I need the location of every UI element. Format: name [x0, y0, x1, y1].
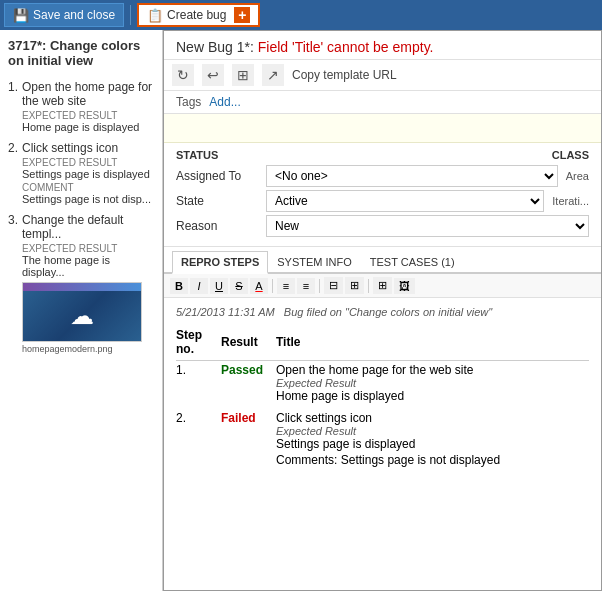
step-result-cell-2: Failed: [221, 405, 276, 469]
status-section: STATUS CLASS Assigned To <No one> Area S…: [164, 143, 601, 247]
indent-button[interactable]: ⊟: [324, 277, 343, 294]
format-sep-1: [272, 279, 273, 293]
tab-system-info[interactable]: SYSTEM INFO: [268, 251, 361, 272]
plus-button[interactable]: +: [234, 7, 250, 23]
toolbar-separator: [130, 5, 131, 25]
add-tags-link[interactable]: Add...: [209, 95, 240, 109]
step-sub-label-1: Expected Result: [276, 377, 583, 389]
steps-header-row: Step no. Result Title: [176, 326, 589, 361]
tabs-row: REPRO STEPS SYSTEM INFO TEST CASES (1): [164, 251, 601, 274]
step-action-3: Change the default templ...: [22, 213, 154, 241]
step-expected-3: The home page is display...: [22, 254, 154, 278]
image-body: ☁: [23, 291, 141, 341]
table-row: 2. Failed Click settings icon Expected R…: [176, 405, 589, 469]
step-action-1: Open the home page for the web site: [22, 80, 154, 108]
area-label: Area: [566, 170, 589, 182]
tab-test-cases[interactable]: TEST CASES (1): [361, 251, 464, 272]
dialog-title-text: New Bug 1*:: [176, 39, 254, 55]
cloud-icon: ☁: [70, 302, 94, 330]
reason-row: Reason New: [176, 215, 589, 237]
iteration-label: Iterati...: [552, 195, 589, 207]
create-bug-label: Create bug: [167, 8, 226, 22]
step-comment-value: Settings page is not displayed: [341, 453, 500, 467]
bug-icon: 📋: [147, 8, 163, 23]
step-comment-2: Settings page is not disp...: [22, 193, 154, 205]
copy-template-url[interactable]: Copy template URL: [292, 68, 397, 82]
step-comment-label: Comments:: [276, 453, 337, 467]
ul-button[interactable]: ≡: [277, 278, 295, 294]
dialog-toolbar: ↻ ↩ ⊞ ↗ Copy template URL: [164, 60, 601, 91]
image-preview: ☁: [23, 283, 141, 341]
insert-table-button[interactable]: ⊞: [373, 277, 392, 294]
steps-table: Step no. Result Title 1. Passed Open the…: [176, 326, 589, 469]
bug-content: 5/21/2013 11:31 AM Bug filed on "Change …: [164, 298, 601, 477]
bold-button[interactable]: B: [170, 278, 188, 294]
assigned-label: Assigned To: [176, 169, 266, 183]
step-title-text-2: Click settings icon: [276, 411, 583, 425]
insert-image-button[interactable]: 🖼: [394, 278, 415, 294]
col-title: Title: [276, 326, 589, 361]
format-sep-2: [319, 279, 320, 293]
bug-message: Bug filed on "Change colors on initial v…: [284, 306, 492, 318]
dialog-title: New Bug 1*: Field 'Title' cannot be empt…: [176, 39, 589, 55]
assigned-select[interactable]: <No one>: [266, 165, 558, 187]
format-sep-3: [368, 279, 369, 293]
step-result-cell: Passed: [221, 361, 276, 406]
step-num-1: 1.: [8, 80, 18, 108]
bug-date-row: 5/21/2013 11:31 AM Bug filed on "Change …: [176, 306, 589, 318]
status-label: STATUS: [176, 149, 218, 161]
result-passed: Passed: [221, 363, 263, 377]
step-expected-label-1: EXPECTED RESULT: [22, 110, 154, 121]
tags-row: Tags Add...: [164, 91, 601, 114]
color-button[interactable]: A: [250, 278, 268, 294]
state-select[interactable]: Active: [266, 190, 544, 212]
step-image-3: ☁: [22, 282, 142, 342]
state-row: State Active Iterati...: [176, 190, 589, 212]
dialog-header: New Bug 1*: Field 'Title' cannot be empt…: [164, 31, 601, 60]
save-icon: 💾: [13, 8, 29, 23]
step-num-cell: 1.: [176, 361, 221, 406]
step-num-2: 2.: [8, 141, 18, 155]
col-result: Result: [221, 326, 276, 361]
table-row: 1. Passed Open the home page for the web…: [176, 361, 589, 406]
col-step-no: Step no.: [176, 326, 221, 361]
status-header: STATUS CLASS: [176, 149, 589, 161]
step-num-3: 3.: [8, 213, 18, 241]
test-step-1: 1. Open the home page for the web site E…: [0, 76, 162, 137]
create-bug-button[interactable]: 📋 Create bug +: [137, 3, 260, 27]
state-select-wrapper: Active: [266, 190, 544, 212]
undo-button[interactable]: ↩: [202, 64, 224, 86]
title-input[interactable]: [172, 118, 593, 138]
link-button[interactable]: ↗: [262, 64, 284, 86]
strikethrough-button[interactable]: S: [230, 278, 248, 294]
step-comment-label-2: COMMENT: [22, 182, 154, 193]
tags-label: Tags: [176, 95, 201, 109]
bug-date: 5/21/2013 11:31 AM: [176, 306, 275, 318]
underline-button[interactable]: U: [210, 278, 228, 294]
step-num-cell-2: 2.: [176, 405, 221, 469]
step-title-cell: Open the home page for the web site Expe…: [276, 361, 589, 406]
image-bar: [23, 283, 141, 291]
ol-button[interactable]: ≡: [297, 278, 315, 294]
reason-select[interactable]: New: [266, 215, 589, 237]
save-close-button[interactable]: 💾 Save and close: [4, 3, 124, 27]
refresh-button[interactable]: ↻: [172, 64, 194, 86]
dialog-panel: New Bug 1*: Field 'Title' cannot be empt…: [163, 30, 602, 591]
step-comment-wrapper: Comments: Settings page is not displayed: [276, 453, 583, 467]
reason-label: Reason: [176, 219, 266, 233]
step-sub-value-2: Settings page is displayed: [276, 437, 583, 451]
step-expected-label-2: EXPECTED RESULT: [22, 157, 154, 168]
assigned-select-wrapper: <No one>: [266, 165, 558, 187]
outdent-button[interactable]: ⊞: [345, 277, 364, 294]
tab-repro-steps[interactable]: REPRO STEPS: [172, 251, 268, 274]
class-label: CLASS: [552, 149, 589, 161]
attach-button[interactable]: ⊞: [232, 64, 254, 86]
step-expected-1: Home page is displayed: [22, 121, 154, 133]
dialog-error-text: Field 'Title' cannot be empty.: [258, 39, 434, 55]
step-expected-2: Settings page is displayed: [22, 168, 154, 180]
italic-button[interactable]: I: [190, 278, 208, 294]
step-action-2: Click settings icon: [22, 141, 118, 155]
main-area: 3717*: Change colors on initial view 1. …: [0, 30, 602, 591]
step-sub-value-1: Home page is displayed: [276, 389, 583, 403]
step-expected-label-3: EXPECTED RESULT: [22, 243, 154, 254]
